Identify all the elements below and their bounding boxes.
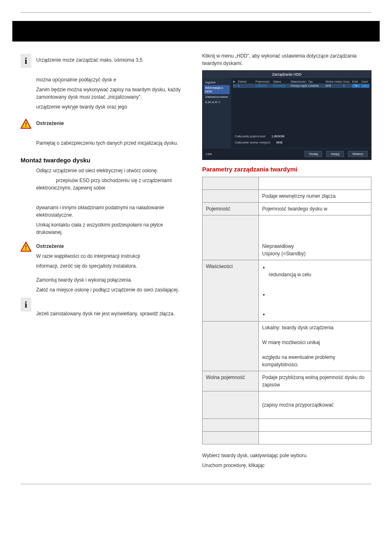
warn2-title: Ostrzeżenie [36, 243, 190, 250]
hdd-r-num: 1 [238, 84, 255, 88]
cell-free-label: Wolna pojemność [203, 371, 259, 391]
warning-icon: ! [21, 117, 31, 130]
cell-status-invalid: Nieprawidłowy [262, 243, 368, 250]
hdd-r-free: 0KB [325, 84, 342, 88]
bottom-rule [21, 484, 371, 484]
cell-capacity-desc: Pojemność twardego dysku w [259, 203, 371, 215]
warn1-text: Pamiętaj o zabezpieczeniu tych danych pr… [36, 139, 190, 147]
outro-p1: Wybierz twardy dysk, uaktywniając pole w… [202, 452, 371, 459]
table-row: Wolna pojemność Podaje przybliżoną wolną… [203, 371, 371, 391]
mount-p5: Zamontuj twardy dysk i wykonaj połączeni… [36, 276, 190, 284]
info1-line2: można opcjonalnie podłączyć dysk e [36, 76, 190, 83]
mount-p3: dywanami i innymi okładzinami podatnymi … [36, 204, 190, 219]
params-heading: Parametry zarządzania twardymi [202, 166, 371, 173]
info2-text: Jeżeli zainstalowany dysk nie jest wyświ… [36, 310, 190, 317]
info-box-1: i Urządzenie może zarządzać maks. ośmiom… [21, 54, 190, 113]
cell-capacity-label: Pojemność [203, 203, 259, 215]
hdd-h-gr: Grup [343, 80, 351, 83]
mount-p1: Odłącz urządzenie od sieci elektrycznej … [36, 167, 190, 174]
hdd-r-cap: 1,863GB [256, 84, 272, 88]
svg-text:!: ! [25, 245, 27, 251]
info1-line3: Zanim będzie można wykonywać zapisy na t… [36, 86, 190, 101]
hdd-table-row: ☑ 1 1,863GB Normalny Odczyt-zapis Lokaln… [233, 84, 369, 88]
hdd-table-header: ■ Etykiet Pojemność Status Właściwości T… [233, 80, 369, 84]
warning-box-1: ! Ostrzeżenie Pamiętaj o zabezpieczeniu … [21, 117, 190, 149]
hdd-h-ed: Edyt [352, 80, 360, 83]
warning-box-2: ! Ostrzeżenie W razie wątpliwości co do … [21, 240, 190, 272]
hdd-h-wolne: Wolne miejsc [325, 80, 342, 83]
mount-p6: Załóż na miejsce osłonę i podłącz urządz… [36, 286, 190, 294]
hdd-h-poj: Pojemność [256, 80, 272, 83]
cell-assign-desc: (zapisy można przyporządkować [262, 401, 368, 409]
warn2-text1: W razie wątpliwości co do interpretacji … [36, 252, 190, 260]
hdd-sidebar: Ogólne Informacja o HDD Zaawansowane S.M… [203, 78, 231, 148]
hdd-footer: Live Dodaj Inicjuj Wstecz [203, 148, 371, 160]
cell-type-local: Lokalny: twardy dysk urządzenia [262, 324, 368, 331]
table-row: (zapisy można przyporządkować [203, 391, 371, 419]
hdd-sum2l: Całkowite wolne miejsce [235, 141, 270, 144]
cell-connector: Podaje wewnętrzny numer złącza [259, 190, 371, 203]
hdd-btn-init: Inicjuj [326, 151, 344, 157]
black-header-bar [12, 21, 380, 42]
hdd-r-status: Normalny [273, 84, 290, 88]
warn2-text2: informacji, zwróć się do specjalisty ins… [36, 262, 190, 270]
info-icon: i [21, 54, 31, 68]
top-rule [21, 12, 371, 13]
cell-free-desc: Podaje przybliżoną wolną pojemność dysku… [259, 371, 371, 391]
right-column: Kliknij w menu „HDD", aby wykonać ustawi… [202, 50, 371, 472]
hdd-h-status: Status [273, 80, 290, 83]
table-row [203, 177, 371, 190]
hdd-h-wlas: Właściwości [291, 80, 307, 83]
hdd-management-screenshot: Zarządzanie HDD Ogólne Informacja o HDD … [202, 70, 371, 160]
hdd-sum1v: 1,863GB [272, 134, 285, 138]
info1-line1: Urządzenie może zarządzać maks. ośmioma … [36, 56, 190, 64]
cell-type-compat: względu na ewentualne problemy kompatybi… [262, 354, 368, 368]
params-table: Podaje wewnętrzny numer złącza Pojemność… [202, 177, 371, 444]
table-row: Podaje wewnętrzny numer złącza [203, 190, 371, 203]
hdd-main-panel: ■ Etykiet Pojemność Status Właściwości T… [231, 78, 371, 148]
table-row: Pojemność Pojemność twardego dysku w [203, 203, 371, 215]
hdd-side-info: Informacja o HDD [204, 85, 230, 94]
cell-props-redundancy: redundancją w celu [269, 272, 311, 278]
mount-p2: przepisów ESD przy obchodzeniu się z urz… [36, 178, 172, 191]
warning-icon: ! [21, 240, 31, 253]
cell-props-label: Właściwości [203, 260, 259, 321]
hdd-side-ogolne: Ogólne [204, 80, 230, 85]
table-row [203, 419, 371, 432]
hdd-sum1l: Całkowita pojemność [235, 134, 266, 138]
mount-heading: Montaż twardego dysku [21, 157, 190, 164]
cell-status-standby: Uśpiony (=Standby) [262, 250, 368, 257]
hdd-summary-1: Całkowita pojemność 1,863GB [233, 133, 369, 139]
hdd-h-typ: Typ [308, 80, 325, 83]
hdd-r-type: Lokalnie [308, 84, 325, 88]
edit-icon: ✎ [352, 84, 360, 88]
info-icon: i [21, 298, 31, 312]
left-column: i Urządzenie może zarządzać maks. ośmiom… [21, 50, 190, 472]
hdd-window-title: Zarządzanie HDD [203, 71, 371, 78]
hdd-btn-back: Wstecz [348, 151, 368, 157]
hdd-btn-add: Dodaj [304, 151, 322, 157]
hdd-h-etykieta: Etykiet [238, 80, 255, 83]
hdd-r-prop: Odczyt-zapis [291, 84, 307, 88]
svg-text:!: ! [25, 122, 27, 128]
hdd-h-us: Usuń [361, 80, 369, 83]
hdd-side-smart: S.M.A.R.T. [204, 99, 230, 105]
table-row: Nieprawidłowy Uśpiony (=Standby) [203, 215, 371, 260]
hdd-sum2v: 0KB [276, 141, 282, 144]
hdd-live-label: Live [206, 151, 212, 157]
hdd-side-zaaw: Zaawansowane [204, 94, 230, 99]
info-box-2: i Jeżeli zainstalowany dysk nie jest wyś… [21, 298, 190, 320]
hdd-r-grp: 1 [343, 84, 351, 88]
delete-icon: – [361, 84, 369, 88]
hdd-summary-2: Całkowite wolne miejsce 0KB [233, 139, 369, 146]
info1-line4: urządzenie wykryje twardy dysk oraz jego [36, 103, 190, 111]
warn1-title: Ostrzeżenie [36, 120, 190, 127]
table-row [203, 432, 371, 444]
mount-p4: Unikaj kontaktu ciała z wszystkimi podze… [36, 221, 190, 236]
cell-type-avoid: W miarę możliwości unikaj [262, 339, 368, 346]
table-row: Właściwości redundancją w celu [203, 260, 371, 321]
table-row: Lokalny: twardy dysk urządzenia W miarę … [203, 321, 371, 371]
outro-p2: Uruchom procedurę, klikając [202, 462, 371, 469]
intro-para: Kliknij w menu „HDD", aby wykonać ustawi… [202, 52, 371, 67]
